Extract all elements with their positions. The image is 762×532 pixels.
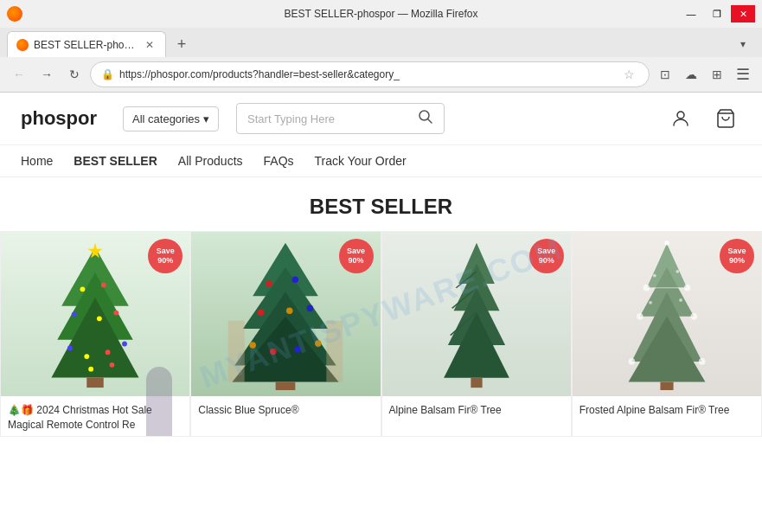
nav-track-order[interactable]: Track Your Order xyxy=(315,154,407,168)
category-select[interactable]: All categories ▾ xyxy=(123,106,219,131)
product-card-1[interactable]: Save 90% 🎄🎁 2024 Christmas Hot Sale Magi… xyxy=(0,231,190,437)
minimize-button[interactable]: — xyxy=(679,5,703,22)
extensions-button[interactable]: ⊞ xyxy=(705,62,729,87)
svg-point-13 xyxy=(67,345,73,350)
cart-button[interactable] xyxy=(710,103,741,134)
svg-rect-56 xyxy=(660,381,673,389)
svg-point-26 xyxy=(292,276,299,283)
search-bar[interactable]: Start Typing Here xyxy=(236,103,445,134)
svg-point-59 xyxy=(649,300,652,304)
nav-all-products[interactable]: All Products xyxy=(178,154,243,168)
svg-point-8 xyxy=(80,286,86,292)
svg-point-17 xyxy=(88,366,93,371)
product-name-3: Alpine Balsam Fir® Tree xyxy=(389,403,564,418)
store-header: phospor All categories ▾ Start Typing He… xyxy=(0,93,762,145)
svg-point-31 xyxy=(270,348,277,355)
products-grid: Save 90% 🎄🎁 2024 Christmas Hot Sale Magi… xyxy=(0,231,762,437)
svg-point-18 xyxy=(110,362,115,367)
svg-point-10 xyxy=(72,311,77,317)
save-badge-1: Save 90% xyxy=(148,239,182,273)
svg-point-11 xyxy=(97,316,102,321)
product-card-3[interactable]: Save 90% Alpine Balsam Fir® Tree xyxy=(381,231,572,437)
svg-point-49 xyxy=(664,240,669,245)
svg-rect-7 xyxy=(86,377,103,388)
window-title: BEST SELLER-phospor — Mozilla Firefox xyxy=(285,8,478,20)
svg-point-16 xyxy=(122,341,127,346)
new-tab-button[interactable]: + xyxy=(170,32,194,56)
product-name-2: Classic Blue Spruce® xyxy=(198,403,373,418)
save-badge-3: Save 90% xyxy=(529,239,564,273)
tab-close-button[interactable]: ✕ xyxy=(143,38,157,52)
svg-line-1 xyxy=(428,119,432,124)
svg-point-28 xyxy=(286,307,293,314)
page-title: BEST SELLER xyxy=(0,195,762,219)
product-card-2[interactable]: Save 90% Classic Blue Spruce® xyxy=(190,231,381,437)
tab-list-button[interactable]: ▾ xyxy=(731,34,755,54)
svg-point-14 xyxy=(84,354,89,359)
svg-point-32 xyxy=(295,345,302,352)
nav-home[interactable]: Home xyxy=(21,154,53,168)
nav-menu: Home BEST SELLER All Products FAQs Track… xyxy=(0,145,762,177)
pocket-button[interactable]: ⊡ xyxy=(653,62,677,87)
save-badge-2: Save 90% xyxy=(339,239,374,273)
search-icon xyxy=(418,109,433,128)
save-badge-4: Save 90% xyxy=(720,239,754,273)
svg-point-9 xyxy=(101,282,106,287)
svg-point-2 xyxy=(677,112,684,119)
category-chevron-icon: ▾ xyxy=(203,112,209,125)
svg-point-57 xyxy=(653,273,656,277)
svg-point-30 xyxy=(250,342,257,349)
svg-point-60 xyxy=(679,298,682,302)
reload-button[interactable]: ↻ xyxy=(62,62,86,87)
tab-label: BEST SELLER-phospor xyxy=(34,39,138,51)
svg-point-54 xyxy=(628,358,635,365)
firefox-icon xyxy=(7,6,22,22)
nav-faqs[interactable]: FAQs xyxy=(264,154,294,168)
svg-point-50 xyxy=(643,284,650,291)
tab-bar: BEST SELLER-phospor ✕ + ▾ xyxy=(0,28,762,57)
address-bar: ← → ↻ 🔒 https://phospor.com/products?han… xyxy=(0,57,762,92)
back-button[interactable]: ← xyxy=(7,62,31,87)
url-bar[interactable]: 🔒 https://phospor.com/products?handler=b… xyxy=(90,61,650,87)
svg-point-25 xyxy=(266,280,273,287)
title-bar: BEST SELLER-phospor — Mozilla Firefox — … xyxy=(0,0,762,28)
page-title-section: BEST SELLER xyxy=(0,177,762,231)
search-placeholder: Start Typing Here xyxy=(247,112,411,125)
svg-point-58 xyxy=(676,269,679,272)
active-tab[interactable]: BEST SELLER-phospor ✕ xyxy=(7,31,166,57)
account-button[interactable] xyxy=(665,103,696,134)
svg-point-27 xyxy=(258,309,265,316)
nav-best-seller[interactable]: BEST SELLER xyxy=(74,154,157,168)
svg-point-52 xyxy=(637,313,644,320)
svg-point-29 xyxy=(307,304,314,311)
svg-rect-24 xyxy=(276,381,296,389)
svg-point-51 xyxy=(684,284,691,291)
menu-button[interactable]: ☰ xyxy=(731,62,755,87)
svg-point-12 xyxy=(114,310,119,315)
svg-rect-35 xyxy=(327,320,343,381)
restore-button[interactable]: ❐ xyxy=(705,5,729,22)
bookmark-icon[interactable]: ☆ xyxy=(620,67,638,81)
svg-point-33 xyxy=(315,340,322,347)
store-logo[interactable]: phospor xyxy=(21,107,97,130)
svg-rect-34 xyxy=(228,320,245,381)
svg-point-15 xyxy=(106,349,111,355)
page-content: phospor All categories ▾ Start Typing He… xyxy=(0,93,762,532)
url-text: https://phospor.com/products?handler=bes… xyxy=(119,68,615,80)
security-icon: 🔒 xyxy=(101,68,114,80)
svg-point-55 xyxy=(699,358,706,365)
category-label: All categories xyxy=(132,112,200,125)
product-card-4[interactable]: Save 90% Frosted Alpine Balsam Fir® Tree xyxy=(572,231,762,437)
tab-favicon xyxy=(16,39,29,51)
forward-button[interactable]: → xyxy=(35,62,59,87)
close-button[interactable]: ✕ xyxy=(731,5,755,22)
svg-rect-40 xyxy=(471,377,482,387)
sync-button[interactable]: ☁ xyxy=(679,62,703,87)
product-name-4: Frosted Alpine Balsam Fir® Tree xyxy=(580,403,754,418)
svg-point-53 xyxy=(690,313,697,320)
